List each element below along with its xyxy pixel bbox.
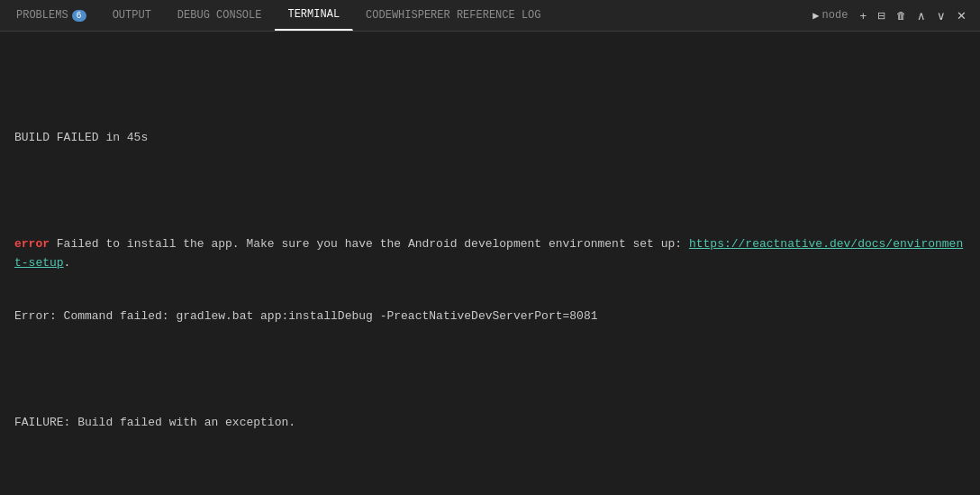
split-terminal-button[interactable]: ⊟: [873, 8, 890, 23]
line-blank-2: [14, 182, 966, 200]
tab-problems[interactable]: PROBLEMS 6: [4, 0, 100, 31]
tab-output[interactable]: OUTPUT: [100, 0, 165, 31]
tab-output-label: OUTPUT: [113, 9, 151, 22]
line-build-failed-1: BUILD FAILED in 45s: [14, 129, 966, 147]
tab-problems-label: PROBLEMS: [16, 9, 68, 22]
tab-bar: PROBLEMS 6 OUTPUT DEBUG CONSOLE TERMINAL…: [0, 0, 980, 32]
chevron-down-button[interactable]: ∨: [932, 7, 950, 24]
tab-terminal-label: TERMINAL: [287, 8, 340, 21]
error-prefix: error: [14, 237, 50, 251]
tab-codewhisperer-label: CODEWHISPERER REFERENCE LOG: [366, 9, 540, 22]
tab-terminal[interactable]: TERMINAL: [275, 0, 353, 31]
line-blank-1: [14, 76, 966, 94]
kill-terminal-button[interactable]: 🗑: [892, 8, 911, 23]
line-blank-4: [14, 467, 966, 485]
tab-debug-console-label: DEBUG CONSOLE: [177, 9, 262, 22]
line-error-install: error Failed to install the app. Make su…: [14, 235, 966, 271]
tab-problems-badge: 6: [72, 10, 86, 22]
close-panel-button[interactable]: ✕: [952, 7, 971, 24]
tab-codewhisperer[interactable]: CODEWHISPERER REFERENCE LOG: [353, 0, 554, 31]
node-indicator: ▶ node: [807, 9, 853, 23]
chevron-up-button[interactable]: ∧: [912, 7, 930, 24]
line-error-command: Error: Command failed: gradlew.bat app:i…: [14, 307, 966, 325]
tab-actions: ▶ node + ⊟ 🗑 ∧ ∨ ✕: [807, 7, 976, 24]
node-label: node: [822, 9, 848, 22]
line-failure: FAILURE: Build failed with an exception.: [14, 414, 966, 432]
line-blank-3: [14, 361, 966, 379]
error-period: .: [64, 256, 71, 270]
node-icon: ▶: [812, 9, 819, 23]
terminal-body[interactable]: BUILD FAILED in 45s error Failed to inst…: [0, 32, 980, 495]
app-container: PROBLEMS 6 OUTPUT DEBUG CONSOLE TERMINAL…: [0, 0, 980, 495]
new-terminal-button[interactable]: +: [855, 7, 871, 24]
tab-debug-console[interactable]: DEBUG CONSOLE: [165, 0, 276, 31]
error-text: Failed to install the app. Make sure you…: [50, 237, 689, 251]
